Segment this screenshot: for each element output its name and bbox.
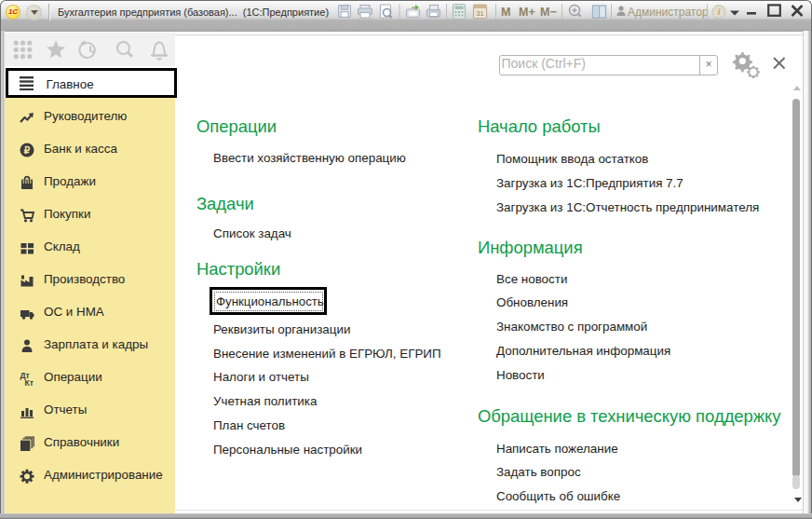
svg-text:М+: М+ — [519, 6, 535, 19]
svg-text:М: М — [501, 6, 510, 19]
svg-text:Администратор: Администратор — [628, 6, 709, 19]
svg-text:Кт: Кт — [25, 378, 34, 386]
svg-text:₽: ₽ — [24, 144, 31, 155]
svg-text:i: i — [718, 7, 721, 17]
svg-text:М−: М− — [540, 6, 557, 19]
svg-text:31: 31 — [476, 9, 483, 18]
